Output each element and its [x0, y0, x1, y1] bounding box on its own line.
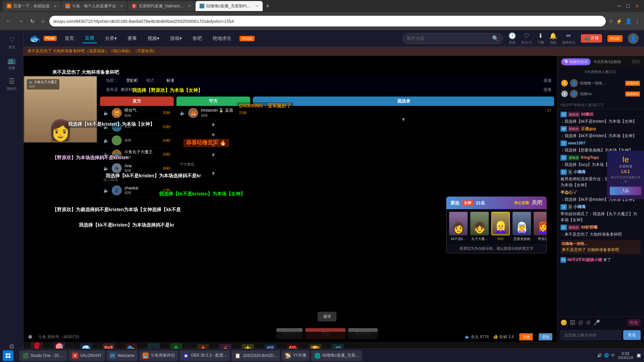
stop-voting-text[interactable]: 停止投票: [514, 200, 529, 205]
streamer-highlight-text: 来不及悲伤了 大炮杯准备拿杯吧: [562, 247, 639, 253]
chat-user-7[interactable]: 小璃璃: [573, 204, 585, 210]
voice-icon[interactable]: 🎤: [593, 319, 600, 326]
main-layout: ♡ 关注 📺 直播 ☰ 我的行 ⚙ 服务 🐟 PGS6 首页 直播: [0, 30, 644, 362]
close-window-button[interactable]: ✕: [633, 2, 641, 11]
defend-coach-expand-icon[interactable]: ▼: [211, 171, 216, 177]
chat-user-9[interactable]: IM不2不叫超级小猪: [567, 257, 602, 263]
emoji-icon[interactable]: 😊: [560, 319, 567, 326]
taskbar-app-20322320[interactable]: 📋 20322320-BAOD...: [231, 350, 280, 361]
nav-live[interactable]: 直播: [82, 34, 97, 43]
bag-button[interactable]: 背包: [539, 333, 553, 341]
nav-icon-message[interactable]: 🔔 消息: [549, 32, 557, 45]
tab-close-1[interactable]: ✕: [54, 4, 57, 8]
chat-user-2[interactable]: 正值guy: [581, 126, 596, 132]
taskbar-app-yy[interactable]: 📡 YY开播: [281, 350, 310, 361]
image-icon[interactable]: 🖼: [570, 320, 575, 326]
menu-button[interactable]: ⋮: [635, 18, 640, 24]
forward-button[interactable]: →: [16, 17, 25, 25]
nav-tournament[interactable]: 赛事: [125, 34, 140, 43]
watch-expand-icon[interactable]: ▼: [401, 117, 406, 123]
taskbar-divider: [16, 352, 16, 360]
tab-close-2[interactable]: ✕: [120, 4, 123, 8]
fan-rank-2: 2: [561, 90, 568, 97]
network-icon[interactable]: 🌐: [604, 353, 609, 358]
player-name-4: 斗鱼丸子大魔王: [124, 149, 160, 155]
chat-user-6[interactable]: 半边心`√`: [560, 189, 578, 195]
nav-icon-follow[interactable]: ♡ 关注+1: [521, 32, 532, 45]
nav-game[interactable]: 游戏▾: [167, 34, 184, 43]
defend-expand-icon[interactable]: ▼: [211, 122, 216, 128]
chrome-label: 咕噜噜o直播_无畏...: [322, 353, 358, 358]
voting-close-button[interactable]: 关闭: [532, 199, 542, 206]
voting-option-yehara[interactable]: 👩‍🦰 野原欣: [534, 212, 546, 241]
chat-input[interactable]: [560, 330, 621, 340]
voting-option-lucy[interactable]: 👱‍♀️ lucy: [491, 212, 510, 241]
search-input[interactable]: [407, 36, 492, 41]
back-button[interactable]: ←: [4, 17, 13, 25]
yy-icon: 📡: [285, 353, 291, 359]
nav-history-label: 历史: [509, 40, 516, 45]
fish-balls-text: 🐟 鱼丸 8776: [465, 334, 489, 340]
taskbar-app-wegame[interactable]: 🎮 WeGame: [106, 350, 138, 361]
chat-user-4[interactable]: KingTopz: [581, 155, 599, 161]
bookmark-button[interactable]: ☆: [608, 18, 613, 24]
nav-icon-download[interactable]: ⬇ 下载: [537, 32, 544, 45]
taskbar-notification-icon[interactable]: 🔲: [636, 353, 641, 358]
tab-close-4[interactable]: ✕: [256, 4, 259, 8]
voting-option-mazi[interactable]: 👧 丸子大魔...: [470, 212, 489, 241]
new-tab-button[interactable]: +: [263, 3, 272, 10]
defend-expand-icon-4[interactable]: ▼: [211, 152, 216, 158]
defend-expand-icon-3[interactable]: ▼: [211, 142, 216, 148]
tab-3[interactable]: V 无畏契约直播_Valorant直播... ✕: [128, 1, 195, 11]
sidebar-item-follow[interactable]: ♡ 关注: [0, 33, 23, 52]
tab-2[interactable]: 🐟 斗鱼 - 每个人的直播平台 ✕: [61, 1, 127, 11]
taskbar-app-douyu[interactable]: 🐟 斗鱼弹幕伴侣: [139, 350, 178, 361]
player-timer-6: 17秒: [163, 188, 170, 193]
reload-button[interactable]: ↻: [28, 17, 37, 26]
taskbar-app-valorant[interactable]: V VALORANT: [69, 350, 105, 361]
send-button[interactable]: 发送: [623, 330, 641, 340]
sidebar-item-live[interactable]: 📺 直播: [0, 54, 23, 73]
at-icon[interactable]: @: [578, 320, 583, 326]
profile-button[interactable]: 👤: [625, 18, 632, 24]
defend-expand-icon-2[interactable]: ▼: [211, 132, 216, 138]
go-live-button[interactable]: 📹 开播: [581, 34, 602, 43]
nav-icon-history[interactable]: 🕐 历史: [508, 32, 516, 45]
taskbar-app-obs[interactable]: ⏺ OBS 30.2.3 - 配置...: [179, 350, 230, 361]
nav-icon-create[interactable]: ✏ 创作中心: [562, 32, 576, 45]
chat-user-8[interactable]: IM析楞曦: [581, 224, 597, 230]
chat-user-5[interactable]: 小璃璃: [573, 169, 585, 175]
extensions-button[interactable]: ⚡: [616, 18, 623, 24]
volume-icon[interactable]: 🔊: [597, 353, 602, 358]
chat-user-3[interactable]: wwe1997: [568, 140, 585, 146]
join-button[interactable]: 入队: [610, 187, 641, 195]
url-bar[interactable]: douyu.com/8430715?dyshid=db32180-8ae9a07…: [49, 16, 606, 26]
douyu-companion-label: 斗鱼弹幕伴侣: [151, 353, 175, 358]
search-button[interactable]: 🔍: [492, 35, 499, 42]
ime-icon[interactable]: 中: [611, 353, 615, 358]
nav-pubg[interactable]: 绝地求生: [210, 34, 234, 43]
sidebar-item-history[interactable]: ☰ 我的行: [0, 74, 23, 94]
taskbar-app-chrome[interactable]: 🌐 咕噜噜o直播_无畏...: [311, 350, 362, 361]
user-avatar[interactable]: 👤: [628, 33, 639, 44]
nav-fishbar[interactable]: 鱼吧: [190, 34, 205, 43]
nav-home[interactable]: 首页: [62, 34, 77, 43]
minimize-button[interactable]: ─: [615, 2, 623, 11]
voting-option-kk[interactable]: 👩 kk不是k...: [449, 212, 468, 241]
charge-button[interactable]: 充值: [519, 333, 533, 341]
voting-option-rabbit[interactable]: 🧝‍♀️ 想要免兔晚: [513, 212, 531, 241]
nav-category[interactable]: 分类▾: [102, 34, 119, 43]
nav-video[interactable]: 视频▾: [145, 34, 162, 43]
home-button[interactable]: ⌂: [39, 17, 47, 25]
maximize-button[interactable]: □: [624, 2, 632, 11]
taskbar-app-studioone[interactable]: 🎵 Studio One - 202...: [19, 350, 67, 361]
search-bar[interactable]: 🔍: [402, 33, 503, 44]
invite-button[interactable]: 邀请: [318, 312, 336, 321]
tab-close-3[interactable]: ✕: [188, 4, 191, 8]
chat-settings-icon[interactable]: ⚙: [586, 319, 591, 326]
tab-4[interactable]: 🎮 咕噜噜o直播_无畏契约直播... ✕: [196, 1, 263, 11]
start-menu-button[interactable]: [3, 350, 13, 361]
chat-user-1[interactable]: IM佩珀: [581, 111, 593, 117]
red-packet-button[interactable]: 红包: [627, 319, 641, 326]
tab-1[interactable]: B 百度一下，你就知道 ✕: [3, 1, 61, 11]
